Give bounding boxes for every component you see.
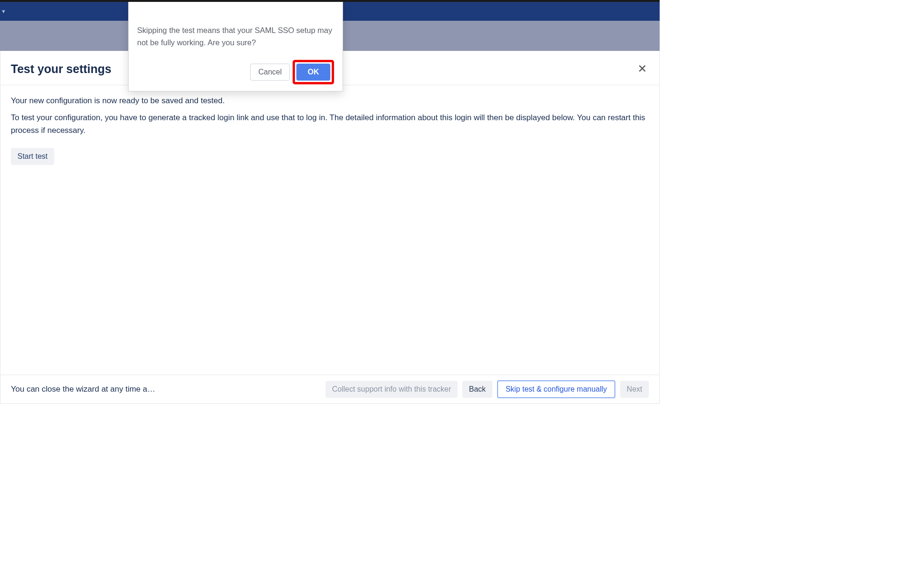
panel-footer: You can close the wizard at any time and… (0, 375, 659, 403)
ok-button[interactable]: OK (296, 64, 330, 81)
wizard-close-hint: You can close the wizard at any time and… (11, 385, 157, 394)
dialog-button-row: Cancel OK (137, 60, 334, 84)
panel-body: Your new configuration is now ready to b… (0, 85, 659, 375)
back-button[interactable]: Back (462, 381, 492, 398)
page-title: Test your settings (11, 62, 111, 76)
cancel-button[interactable]: Cancel (250, 64, 290, 81)
start-test-button[interactable]: Start test (11, 148, 54, 165)
chevron-down-icon[interactable]: ▼ (0, 8, 7, 14)
settings-panel: Test your settings ✕ Your new configurat… (0, 51, 660, 404)
confirm-skip-dialog: Skipping the test means that your SAML S… (128, 2, 343, 91)
next-button[interactable]: Next (620, 381, 649, 398)
dialog-message: Skipping the test means that your SAML S… (137, 25, 334, 49)
ok-highlight-box: OK (293, 60, 334, 84)
close-icon[interactable]: ✕ (636, 61, 649, 76)
test-instructions-text: To test your configuration, you have to … (11, 112, 649, 137)
skip-test-button[interactable]: Skip test & configure manually (497, 380, 615, 398)
config-ready-text: Your new configuration is now ready to b… (11, 95, 649, 107)
collect-support-info-button[interactable]: Collect support info with this tracker (326, 381, 458, 398)
